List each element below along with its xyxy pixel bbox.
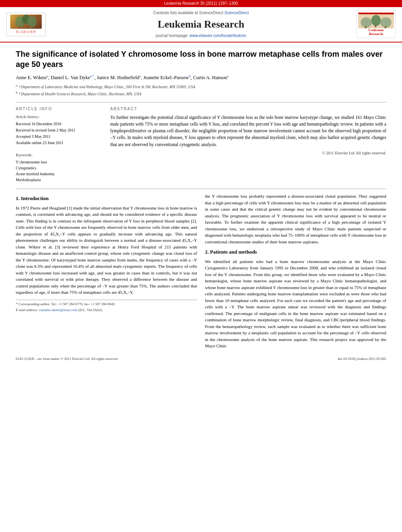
svg-rect-5	[25, 23, 26, 26]
svg-point-8	[361, 17, 372, 28]
journal-logo-title: LeukemiaResearch	[369, 28, 384, 36]
keyword-3: Acute myeloid leukemia	[16, 171, 102, 177]
affiliation-a: a ᵃ Department of Laboratory Medicine an…	[16, 83, 386, 90]
article-info-col: ARTICLE INFO Article history: Received 1…	[16, 106, 102, 183]
received-revised-row: Received in revised form 2 May 2011	[16, 128, 102, 133]
journal-logo-right: LeukemiaResearch	[356, 11, 396, 38]
svg-rect-11	[365, 26, 367, 28]
authors-line: Anne E. Wiktora, Daniel L. Van Dykea,*, …	[16, 73, 386, 81]
svg-point-10	[380, 17, 391, 28]
sciencedirect-anchor[interactable]: ScienceDirect	[224, 11, 249, 15]
elsevier-text: ELSEVIER	[16, 30, 36, 35]
journal-center: Contents lists available at ScienceDirec…	[46, 10, 356, 39]
elsevier-logo: ELSEVIER	[6, 13, 46, 36]
journal-logo-image	[358, 14, 394, 28]
article-info-abstract: ARTICLE INFO Article history: Received 1…	[16, 106, 386, 183]
history-label: Article history:	[16, 114, 102, 120]
affiliation-b: b ᵇ Department of Health Sciences Resear…	[16, 91, 386, 97]
keyword-2: Cytogenetics	[16, 165, 102, 171]
section2-heading: 2. Patients and methods	[205, 248, 387, 256]
keyword-4: Myelodysplasia	[16, 177, 102, 183]
bottom-info: 0145-2126/$ – see front matter © 2011 El…	[16, 356, 386, 361]
journal-homepage: journal homepage: www.elsevier.com/locat…	[46, 33, 356, 39]
main-content: The significance of isolated Y chromosom…	[0, 43, 402, 367]
journal-title: Leukemia Research	[46, 17, 356, 32]
footnote-email: E-mail address: vandyke.daniel@mayo.edu …	[16, 308, 197, 313]
email-link[interactable]: vandyke.daniel@mayo.edu	[39, 308, 77, 312]
journal-header: ELSEVIER Contents lists available at Sci…	[0, 7, 402, 43]
article-title: The significance of isolated Y chromosom…	[16, 49, 386, 69]
sciencedirect-link: Contents lists available at ScienceDirec…	[46, 10, 356, 16]
keyword-1: Y chromosome loss	[16, 159, 102, 165]
abstract-col: ABSTRACT To further investigate the pote…	[110, 106, 386, 183]
svg-point-9	[371, 15, 381, 26]
keywords-label: Keywords:	[16, 152, 102, 158]
svg-rect-12	[375, 25, 376, 27]
authors-text: Anne E. Wiktora, Daniel L. Van Dykea,*, …	[16, 75, 229, 80]
svg-rect-6	[31, 26, 32, 28]
journal-url[interactable]: www.elsevier.com/locate/leukres	[189, 33, 246, 38]
journal-citation-bar: Leukemia Research 35 (2011) 1297–1300	[0, 0, 402, 7]
abstract-label: ABSTRACT	[110, 106, 386, 112]
section1-heading: 1. Introduction	[16, 195, 197, 202]
footnote-section: * Corresponding author. Tel.: +1 507 284…	[16, 300, 197, 313]
section1-para-right: the Y chromosome loss probably represent…	[205, 193, 387, 245]
elsevier-logo-image	[10, 15, 42, 28]
affiliations: a ᵃ Department of Laboratory Medicine an…	[16, 83, 386, 97]
svg-rect-4	[19, 26, 20, 28]
journal-citation: Leukemia Research 35 (2011) 1297–1300	[164, 1, 238, 6]
article-info-label: ARTICLE INFO	[16, 106, 102, 112]
abstract-text: To further investigate the potential cli…	[110, 114, 386, 148]
available-online-row: Available online 23 June 2011	[16, 140, 102, 146]
issn-info: 0145-2126/$ – see front matter © 2011 El…	[16, 356, 118, 361]
body-col-left: 1. Introduction In 1972 Pierre and Hoagl…	[16, 193, 197, 352]
divider-2	[16, 189, 386, 189]
body-col-right: the Y chromosome loss probably represent…	[205, 193, 387, 352]
accepted-row: Accepted 3 May 2011	[16, 134, 102, 139]
doi-info: doi:10.1016/j.leukres.2011.05.002	[338, 356, 386, 361]
divider-1	[16, 102, 386, 102]
svg-point-3	[27, 16, 37, 27]
section1-para1: In 1972 Pierre and Hoagland [1] made the…	[16, 205, 197, 296]
body-columns: 1. Introduction In 1972 Pierre and Hoagl…	[16, 193, 386, 352]
svg-rect-13	[385, 26, 386, 28]
footnote-star-text: * Corresponding author. Tel.: +1 507 284…	[16, 302, 197, 307]
section2-para: We identified all patients who had a bon…	[205, 258, 387, 349]
copyright-text: © 2011 Elsevier Ltd. All rights reserved…	[110, 150, 386, 156]
keywords-list: Y chromosome loss Cytogenetics Acute mye…	[16, 159, 102, 183]
received-row: Received 16 December 2010	[16, 121, 102, 127]
